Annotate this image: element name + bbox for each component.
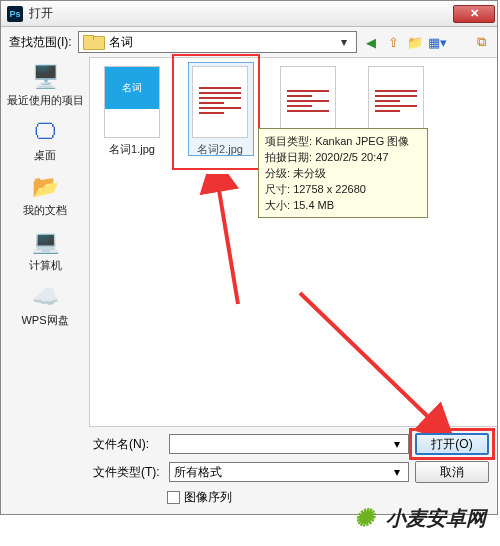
place-label: WPS网盘 <box>3 313 87 328</box>
tooltip-label: 大小: <box>265 199 293 211</box>
tooltip-value: 15.4 MB <box>293 199 334 211</box>
recent-icon: 🖥️ <box>28 63 62 91</box>
chevron-down-icon: ▾ <box>390 437 404 451</box>
file-item[interactable]: 名词1.jpg <box>94 66 170 157</box>
place-documents[interactable]: 📂 我的文档 <box>3 173 87 218</box>
place-label: 计算机 <box>3 258 87 273</box>
tooltip-value: Kankan JPEG 图像 <box>315 135 409 147</box>
tooltip-label: 尺寸: <box>265 183 293 195</box>
up-icon[interactable]: ⇧ <box>385 34 401 50</box>
image-sequence-label: 图像序列 <box>184 489 232 506</box>
place-label: 桌面 <box>3 148 87 163</box>
tooltip-label: 分级: <box>265 167 293 179</box>
filetype-value: 所有格式 <box>174 464 390 481</box>
back-icon[interactable]: ◀ <box>363 34 379 50</box>
tooltip-value: 12758 x 22680 <box>293 183 366 195</box>
bottom-panel: 文件名(N): ▾ 打开(O) 文件类型(T): 所有格式 ▾ 取消 图像序列 <box>1 427 497 514</box>
file-item-selected[interactable]: 名词2.jpg <box>182 66 258 157</box>
wps-cloud-icon: ☁️ <box>28 283 62 311</box>
filetype-combo[interactable]: 所有格式 ▾ <box>169 462 409 482</box>
filename-input[interactable]: ▾ <box>169 434 409 454</box>
place-label: 我的文档 <box>3 203 87 218</box>
file-name: 名词2.jpg <box>182 142 258 157</box>
new-folder-icon[interactable]: 📁 <box>407 34 423 50</box>
body: 🖥️ 最近使用的项目 🖵 桌面 📂 我的文档 💻 计算机 ☁️ WPS网盘 <box>1 57 497 427</box>
file-thumbnail <box>192 66 248 138</box>
cancel-button[interactable]: 取消 <box>415 461 489 483</box>
tooltip-label: 拍摄日期: <box>265 151 315 163</box>
lookin-combo[interactable]: 名词 ▾ <box>78 31 357 53</box>
app-icon: Ps <box>7 6 23 22</box>
toolbar-icons: ◀ ⇧ 📁 ▦▾ ⧉ <box>363 34 489 50</box>
watermark: ✺ 小麦安卓网 <box>348 504 486 532</box>
chevron-down-icon: ▾ <box>336 35 352 49</box>
window-title: 打开 <box>29 5 453 22</box>
file-tooltip: 项目类型: Kankan JPEG 图像 拍摄日期: 2020/2/5 20:4… <box>258 128 428 218</box>
tooltip-label: 项目类型: <box>265 135 315 147</box>
watermark-text: 小麦安卓网 <box>386 505 486 532</box>
view-menu-icon[interactable]: ▦▾ <box>429 34 445 50</box>
lookin-row: 查找范围(I): 名词 ▾ ◀ ⇧ 📁 ▦▾ ⧉ <box>1 27 497 57</box>
spacer-icon <box>451 34 467 50</box>
tooltip-value: 未分级 <box>293 167 326 179</box>
help-icon[interactable]: ⧉ <box>473 34 489 50</box>
open-button[interactable]: 打开(O) <box>415 433 489 455</box>
lookin-value: 名词 <box>109 34 336 51</box>
svg-line-0 <box>218 184 238 304</box>
annotation-arrow-1 <box>198 174 258 314</box>
close-button[interactable]: ✕ <box>453 5 495 23</box>
place-recent[interactable]: 🖥️ 最近使用的项目 <box>3 63 87 108</box>
chevron-down-icon: ▾ <box>390 465 404 479</box>
open-dialog: Ps 打开 ✕ 查找范围(I): 名词 ▾ ◀ ⇧ 📁 ▦▾ ⧉ 🖥️ 最近使用… <box>0 0 498 515</box>
svg-line-1 <box>300 293 450 438</box>
folder-icon <box>83 34 103 50</box>
place-wps[interactable]: ☁️ WPS网盘 <box>3 283 87 328</box>
desktop-icon: 🖵 <box>28 118 62 146</box>
image-sequence-checkbox[interactable] <box>167 491 180 504</box>
lookin-label: 查找范围(I): <box>9 34 72 51</box>
places-bar: 🖥️ 最近使用的项目 🖵 桌面 📂 我的文档 💻 计算机 ☁️ WPS网盘 <box>1 57 89 427</box>
file-thumbnail <box>104 66 160 138</box>
watermark-icon: ✺ <box>348 504 380 532</box>
place-computer[interactable]: 💻 计算机 <box>3 228 87 273</box>
file-list[interactable]: 名词1.jpg 名词2.jpg .jpg <box>89 57 497 427</box>
computer-icon: 💻 <box>28 228 62 256</box>
place-label: 最近使用的项目 <box>3 93 87 108</box>
filename-label: 文件名(N): <box>93 436 163 453</box>
titlebar: Ps 打开 ✕ <box>1 1 497 27</box>
place-desktop[interactable]: 🖵 桌面 <box>3 118 87 163</box>
filetype-label: 文件类型(T): <box>93 464 163 481</box>
file-name: 名词1.jpg <box>94 142 170 157</box>
documents-icon: 📂 <box>28 173 62 201</box>
tooltip-value: 2020/2/5 20:47 <box>315 151 388 163</box>
